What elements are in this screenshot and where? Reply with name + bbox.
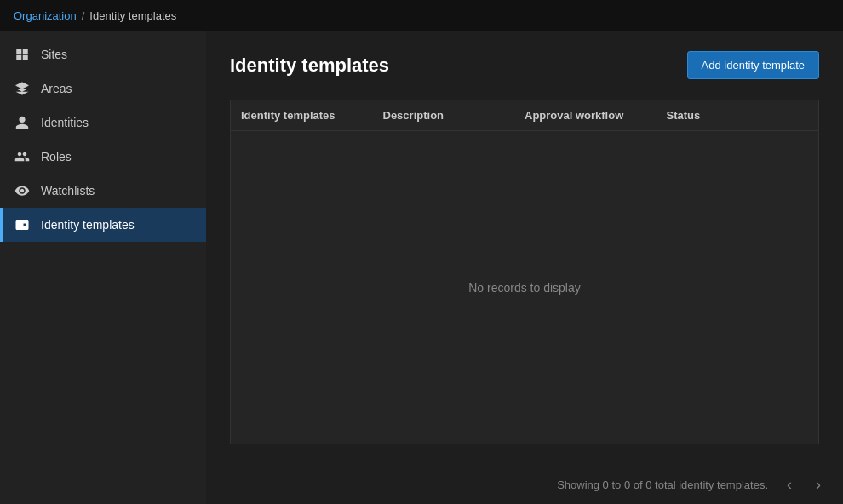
identity-templates-table: Identity templates Description Approval …: [230, 100, 819, 444]
col-approval-workflow: Approval workflow: [525, 109, 667, 122]
sidebar-label-watchlists: Watchlists: [41, 184, 95, 198]
pagination-prev-button[interactable]: ‹: [782, 475, 797, 494]
col-status: Status: [667, 109, 809, 122]
areas-icon: [14, 80, 31, 97]
sidebar-item-roles[interactable]: Roles: [0, 140, 206, 174]
svg-marker-0: [16, 83, 29, 89]
content-area: Identity templates Add identity template…: [206, 31, 843, 465]
sidebar-label-sites: Sites: [41, 48, 67, 61]
breadcrumb-separator: /: [82, 9, 85, 22]
grid-icon: [14, 46, 31, 63]
eye-icon: [14, 182, 31, 199]
sidebar-item-watchlists[interactable]: Watchlists: [0, 174, 206, 208]
sidebar: Sites Areas Identities Roles Watchlists: [0, 31, 206, 504]
col-identity-templates: Identity templates: [241, 109, 383, 122]
sidebar-label-areas: Areas: [41, 82, 72, 95]
roles-icon: [14, 148, 31, 165]
page-title: Identity templates: [230, 54, 389, 77]
add-identity-template-button[interactable]: Add identity template: [687, 51, 819, 79]
table-body: No records to display: [231, 131, 818, 444]
breadcrumb-current: Identity templates: [89, 9, 176, 22]
sidebar-item-areas[interactable]: Areas: [0, 72, 206, 106]
sidebar-item-identity-templates[interactable]: Identity templates: [0, 208, 206, 242]
id-template-icon: [14, 216, 31, 233]
sidebar-label-identities: Identities: [41, 116, 89, 129]
sidebar-item-identities[interactable]: Identities: [0, 106, 206, 140]
topbar: Organization / Identity templates: [0, 0, 843, 31]
sidebar-label-roles: Roles: [41, 150, 72, 163]
person-icon: [14, 114, 31, 131]
col-description: Description: [383, 109, 525, 122]
breadcrumb-org[interactable]: Organization: [14, 9, 77, 22]
sidebar-item-sites[interactable]: Sites: [0, 37, 206, 72]
sidebar-label-identity-templates: Identity templates: [41, 218, 135, 232]
empty-message: No records to display: [468, 281, 581, 295]
table-header: Identity templates Description Approval …: [231, 100, 818, 131]
pagination-bar: Showing 0 to 0 of 0 total identity templ…: [206, 465, 843, 504]
main-content: Identity templates Add identity template…: [206, 31, 843, 504]
layout: Sites Areas Identities Roles Watchlists: [0, 31, 843, 504]
page-header: Identity templates Add identity template: [230, 51, 819, 79]
pagination-next-button[interactable]: ›: [811, 475, 826, 494]
pagination-info: Showing 0 to 0 of 0 total identity templ…: [557, 478, 768, 491]
